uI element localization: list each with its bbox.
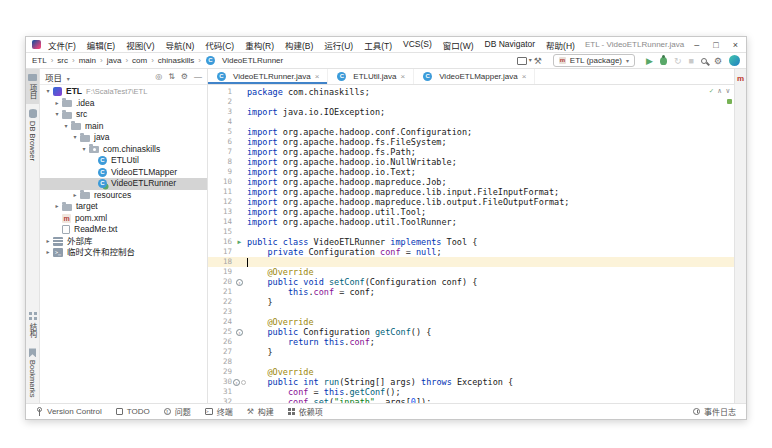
tree-item[interactable]: ▸临时文件和控制台: [40, 247, 207, 259]
toolwindow-button[interactable]: Bookmarks: [27, 343, 38, 403]
tree-open-icon[interactable]: ▾: [44, 86, 52, 98]
user-avatar[interactable]: [729, 55, 740, 66]
tree-open-icon[interactable]: ▾: [62, 121, 70, 133]
code-text: import org.apache.hadoop.util.ToolRunner…: [247, 217, 734, 227]
menu-item[interactable]: 代码(C): [205, 39, 234, 51]
settings-gear-icon[interactable]: ⚙: [181, 72, 188, 81]
todo-icon: [116, 408, 123, 415]
expand-collapse-icon[interactable]: ⇅: [168, 72, 175, 81]
statusbar-item[interactable]: ⚒构建: [247, 406, 274, 417]
tree-open-icon[interactable]: ▾: [80, 144, 88, 156]
tree-item[interactable]: ▾ETLF:\ScalaTest7\ETL: [40, 86, 207, 98]
breadcrumb-item[interactable]: VideoETLRunner: [222, 56, 283, 65]
breadcrumb-item[interactable]: com: [132, 56, 147, 65]
menu-item[interactable]: 工具(T): [364, 39, 392, 51]
minimize-button[interactable]: –: [694, 38, 699, 52]
tree-closed-icon[interactable]: ▸: [53, 98, 61, 110]
tree-closed-icon[interactable]: ▸: [53, 201, 61, 213]
statusbar-item[interactable]: 依赖项: [288, 406, 323, 417]
menu-item[interactable]: VCS(S): [403, 39, 432, 51]
tab-close-icon[interactable]: ×: [315, 72, 320, 81]
status-bar-right: 事件日志: [693, 406, 736, 417]
tree-item[interactable]: ReadMe.txt: [40, 224, 207, 236]
run-button[interactable]: ▶: [646, 56, 653, 66]
menu-item[interactable]: 编辑(E): [87, 39, 115, 51]
build-hammer-icon[interactable]: ⚒: [534, 56, 542, 66]
editor-tab[interactable]: ETLUtil.java×: [328, 69, 414, 84]
toolwindow-button[interactable]: 项目: [26, 69, 39, 104]
menu-item[interactable]: DB Navigator: [485, 39, 536, 51]
tree-item[interactable]: pom.xml: [40, 213, 207, 225]
inspection-widget[interactable]: ✓ ∧ ∨: [709, 87, 730, 95]
title-bar: 文件(F)编辑(E)视图(V)导航(N)代码(C)重构(R)构建(B)运行(U)…: [26, 37, 746, 53]
breadcrumb-item[interactable]: chinaskills: [158, 56, 194, 65]
breadcrumb-item[interactable]: src: [57, 56, 68, 65]
toolwindow-button[interactable]: DB Browser: [27, 104, 38, 166]
menu-item[interactable]: 文件(F): [48, 39, 76, 51]
statusbar-item-label: Version Control: [47, 407, 102, 416]
tree-item[interactable]: VideoETLRunner: [40, 178, 207, 190]
statusbar-item[interactable]: TODO: [116, 406, 150, 417]
tab-close-icon[interactable]: ×: [522, 72, 527, 81]
maximize-button[interactable]: □: [713, 38, 718, 52]
run-config-select[interactable]: m ETL (package) ▾: [553, 54, 635, 67]
tree-item[interactable]: ▸.idea: [40, 98, 207, 110]
class-run-icon: [98, 179, 107, 188]
locate-icon[interactable]: ◎: [155, 72, 162, 81]
menu-item[interactable]: 帮助(H): [546, 39, 575, 51]
menu-item[interactable]: 窗口(W): [443, 39, 474, 51]
rerun-coverage-icon[interactable]: ↻: [674, 56, 682, 66]
tree-open-icon[interactable]: ▾: [71, 132, 79, 144]
statusbar-item[interactable]: 终端: [205, 406, 233, 417]
menu-item[interactable]: 导航(N): [166, 39, 195, 51]
statusbar-item[interactable]: 问题: [164, 406, 191, 417]
stop-button[interactable]: ■: [688, 56, 693, 66]
tree-item-label: ETL: [66, 86, 82, 98]
tree-item[interactable]: ▾java: [40, 132, 207, 144]
search-everywhere-icon[interactable]: [701, 58, 707, 64]
tab-close-icon[interactable]: ×: [400, 72, 405, 81]
debug-button[interactable]: [660, 57, 667, 65]
override-gutter-icon[interactable]: ↑: [232, 277, 247, 287]
statusbar-item[interactable]: 事件日志: [693, 406, 736, 417]
code-text: [247, 357, 734, 367]
menu-item[interactable]: 运行(U): [324, 39, 353, 51]
override-gutter-icon[interactable]: ↑: [232, 327, 247, 337]
tree-item[interactable]: ▸resources: [40, 190, 207, 202]
statusbar-item[interactable]: Version Control: [36, 406, 102, 417]
tree-closed-icon[interactable]: ▸: [44, 236, 52, 248]
tree-closed-icon[interactable]: ▸: [44, 247, 52, 259]
code-token: () {: [411, 327, 431, 337]
tree-item[interactable]: ▸target: [40, 201, 207, 213]
prev-issue-icon[interactable]: ∧: [718, 87, 722, 95]
project-panel-title[interactable]: 项目 ▾: [45, 71, 70, 83]
tree-item-label: 临时文件和控制台: [67, 247, 135, 259]
tree-closed-icon[interactable]: ▸: [71, 190, 79, 202]
next-issue-icon[interactable]: ∨: [726, 87, 730, 95]
override-gutter-icon[interactable]: ↑: [232, 377, 247, 387]
tree-item[interactable]: ▸外部库: [40, 236, 207, 248]
settings-gear-icon[interactable]: ⚙: [714, 56, 722, 66]
tree-item[interactable]: ▾com.chinaskills: [40, 144, 207, 156]
run-class-gutter-icon[interactable]: ▶: [232, 237, 247, 247]
breadcrumb-item[interactable]: java: [107, 56, 122, 65]
tree-item[interactable]: ▾src: [40, 109, 207, 121]
tree-item[interactable]: ▾main: [40, 121, 207, 133]
toolwindow-button[interactable]: m: [736, 69, 745, 88]
run-targets-dropdown-icon[interactable]: [517, 57, 527, 65]
tree-item[interactable]: VideoETLMapper: [40, 167, 207, 179]
breadcrumb-item[interactable]: main: [79, 56, 96, 65]
editor-tab[interactable]: VideoETLRunner.java×: [208, 69, 328, 84]
code-token: ]);: [416, 397, 431, 403]
menu-item[interactable]: 构建(B): [285, 39, 313, 51]
tree-open-icon[interactable]: ▾: [53, 109, 61, 121]
toolwindow-button[interactable]: 结构: [26, 307, 39, 343]
tree-item[interactable]: ETLUtil: [40, 155, 207, 167]
breadcrumb-item[interactable]: ETL: [32, 56, 47, 65]
menu-item[interactable]: 重构(R): [245, 39, 274, 51]
editor-tab[interactable]: VideoETLMapper.java×: [414, 69, 535, 84]
code-editor[interactable]: 1package com.chinaskills;23import java.i…: [208, 85, 734, 403]
menu-item[interactable]: 视图(V): [126, 39, 154, 51]
hide-panel-icon[interactable]: —: [194, 72, 202, 81]
close-button[interactable]: ×: [733, 38, 738, 52]
